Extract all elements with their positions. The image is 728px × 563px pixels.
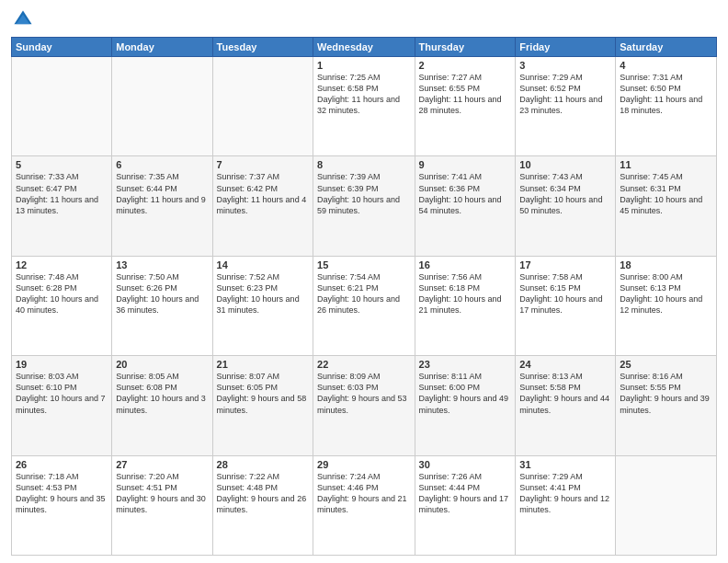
calendar-cell: 26Sunrise: 7:18 AMSunset: 4:53 PMDayligh… [12,455,112,555]
calendar-cell: 12Sunrise: 7:48 AMSunset: 6:28 PMDayligh… [12,256,112,355]
day-of-week-header: Wednesday [313,38,415,57]
calendar-cell: 25Sunrise: 8:16 AMSunset: 5:55 PMDayligh… [616,356,717,455]
day-number: 12 [16,259,108,270]
day-info: Sunrise: 7:24 AMSunset: 4:46 PMDaylight:… [317,471,410,516]
day-number: 19 [16,359,108,370]
calendar-cell: 27Sunrise: 7:20 AMSunset: 4:51 PMDayligh… [112,455,212,555]
calendar-week-row: 12Sunrise: 7:48 AMSunset: 6:28 PMDayligh… [12,256,717,355]
calendar-cell: 10Sunrise: 7:43 AMSunset: 6:34 PMDayligh… [516,156,616,256]
day-info: Sunrise: 7:50 AMSunset: 6:26 PMDaylight:… [116,271,208,316]
day-info: Sunrise: 7:27 AMSunset: 6:55 PMDaylight:… [419,72,512,117]
calendar-cell: 23Sunrise: 8:11 AMSunset: 6:00 PMDayligh… [415,356,516,455]
day-number: 30 [419,459,512,470]
day-of-week-header: Monday [112,38,212,57]
calendar-cell: 17Sunrise: 7:58 AMSunset: 6:15 PMDayligh… [516,256,616,355]
calendar-cell [212,57,313,156]
calendar-cell: 31Sunrise: 7:29 AMSunset: 4:41 PMDayligh… [516,455,616,555]
day-number: 17 [519,259,611,270]
day-number: 6 [116,159,208,170]
calendar-cell: 4Sunrise: 7:31 AMSunset: 6:50 PMDaylight… [616,57,717,156]
calendar-cell: 22Sunrise: 8:09 AMSunset: 6:03 PMDayligh… [313,356,415,455]
day-number: 25 [620,359,712,370]
calendar-cell [616,455,717,555]
calendar-week-row: 19Sunrise: 8:03 AMSunset: 6:10 PMDayligh… [12,356,717,455]
day-info: Sunrise: 7:22 AMSunset: 4:48 PMDaylight:… [217,471,309,516]
day-info: Sunrise: 7:39 AMSunset: 6:39 PMDaylight:… [317,171,410,216]
calendar-cell [12,57,112,156]
header [11,9,717,29]
day-number: 29 [317,459,410,470]
calendar-week-row: 5Sunrise: 7:33 AMSunset: 6:47 PMDaylight… [12,156,717,256]
day-of-week-header: Tuesday [212,38,313,57]
calendar-cell: 2Sunrise: 7:27 AMSunset: 6:55 PMDaylight… [415,57,516,156]
day-info: Sunrise: 7:29 AMSunset: 6:52 PMDaylight:… [519,72,611,117]
calendar-cell: 19Sunrise: 8:03 AMSunset: 6:10 PMDayligh… [12,356,112,455]
day-number: 27 [116,459,208,470]
calendar-table: SundayMondayTuesdayWednesdayThursdayFrid… [11,37,717,556]
day-info: Sunrise: 7:37 AMSunset: 6:42 PMDaylight:… [217,171,309,216]
day-number: 21 [217,359,309,370]
day-number: 3 [519,60,611,71]
day-number: 1 [317,60,410,71]
day-number: 9 [419,159,512,170]
calendar-cell: 13Sunrise: 7:50 AMSunset: 6:26 PMDayligh… [112,256,212,355]
day-info: Sunrise: 7:20 AMSunset: 4:51 PMDaylight:… [116,471,208,516]
day-info: Sunrise: 7:33 AMSunset: 6:47 PMDaylight:… [16,171,108,216]
day-info: Sunrise: 7:54 AMSunset: 6:21 PMDaylight:… [317,271,410,316]
day-info: Sunrise: 7:35 AMSunset: 6:44 PMDaylight:… [116,171,208,216]
day-info: Sunrise: 7:48 AMSunset: 6:28 PMDaylight:… [16,271,108,316]
calendar-cell: 14Sunrise: 7:52 AMSunset: 6:23 PMDayligh… [212,256,313,355]
day-info: Sunrise: 8:13 AMSunset: 5:58 PMDaylight:… [519,371,611,416]
day-number: 26 [16,459,108,470]
calendar-week-row: 26Sunrise: 7:18 AMSunset: 4:53 PMDayligh… [12,455,717,555]
day-number: 22 [317,359,410,370]
day-info: Sunrise: 8:11 AMSunset: 6:00 PMDaylight:… [419,371,512,416]
day-number: 2 [419,60,512,71]
day-info: Sunrise: 8:00 AMSunset: 6:13 PMDaylight:… [620,271,712,316]
day-of-week-header: Saturday [616,38,717,57]
calendar-cell: 28Sunrise: 7:22 AMSunset: 4:48 PMDayligh… [212,455,313,555]
day-info: Sunrise: 7:29 AMSunset: 4:41 PMDaylight:… [519,471,611,516]
day-of-week-header: Friday [516,38,616,57]
day-info: Sunrise: 7:31 AMSunset: 6:50 PMDaylight:… [620,72,712,117]
calendar-cell: 5Sunrise: 7:33 AMSunset: 6:47 PMDaylight… [12,156,112,256]
calendar-cell: 7Sunrise: 7:37 AMSunset: 6:42 PMDaylight… [212,156,313,256]
calendar-cell: 8Sunrise: 7:39 AMSunset: 6:39 PMDaylight… [313,156,415,256]
calendar-week-row: 1Sunrise: 7:25 AMSunset: 6:58 PMDaylight… [12,57,717,156]
day-info: Sunrise: 7:45 AMSunset: 6:31 PMDaylight:… [620,171,712,216]
day-info: Sunrise: 8:16 AMSunset: 5:55 PMDaylight:… [620,371,712,416]
day-info: Sunrise: 8:03 AMSunset: 6:10 PMDaylight:… [16,371,108,416]
day-of-week-header: Thursday [415,38,516,57]
logo-icon [13,9,33,29]
calendar-cell: 30Sunrise: 7:26 AMSunset: 4:44 PMDayligh… [415,455,516,555]
day-number: 11 [620,159,712,170]
calendar-cell: 9Sunrise: 7:41 AMSunset: 6:36 PMDaylight… [415,156,516,256]
logo [11,9,33,29]
day-number: 24 [519,359,611,370]
day-info: Sunrise: 7:41 AMSunset: 6:36 PMDaylight:… [419,171,512,216]
page: SundayMondayTuesdayWednesdayThursdayFrid… [0,0,728,563]
day-info: Sunrise: 7:52 AMSunset: 6:23 PMDaylight:… [217,271,309,316]
day-number: 5 [16,159,108,170]
day-number: 23 [419,359,512,370]
day-number: 31 [519,459,611,470]
day-number: 20 [116,359,208,370]
day-info: Sunrise: 7:58 AMSunset: 6:15 PMDaylight:… [519,271,611,316]
day-number: 15 [317,259,410,270]
calendar-cell: 21Sunrise: 8:07 AMSunset: 6:05 PMDayligh… [212,356,313,455]
day-info: Sunrise: 7:56 AMSunset: 6:18 PMDaylight:… [419,271,512,316]
day-of-week-header: Sunday [12,38,112,57]
calendar-cell: 15Sunrise: 7:54 AMSunset: 6:21 PMDayligh… [313,256,415,355]
calendar-header-row: SundayMondayTuesdayWednesdayThursdayFrid… [12,38,717,57]
calendar-cell: 24Sunrise: 8:13 AMSunset: 5:58 PMDayligh… [516,356,616,455]
calendar-cell: 11Sunrise: 7:45 AMSunset: 6:31 PMDayligh… [616,156,717,256]
day-number: 14 [217,259,309,270]
day-number: 4 [620,60,712,71]
day-info: Sunrise: 7:43 AMSunset: 6:34 PMDaylight:… [519,171,611,216]
day-number: 8 [317,159,410,170]
calendar-cell: 1Sunrise: 7:25 AMSunset: 6:58 PMDaylight… [313,57,415,156]
day-info: Sunrise: 7:25 AMSunset: 6:58 PMDaylight:… [317,72,410,117]
day-info: Sunrise: 8:05 AMSunset: 6:08 PMDaylight:… [116,371,208,416]
calendar-cell [112,57,212,156]
day-info: Sunrise: 7:18 AMSunset: 4:53 PMDaylight:… [16,471,108,516]
